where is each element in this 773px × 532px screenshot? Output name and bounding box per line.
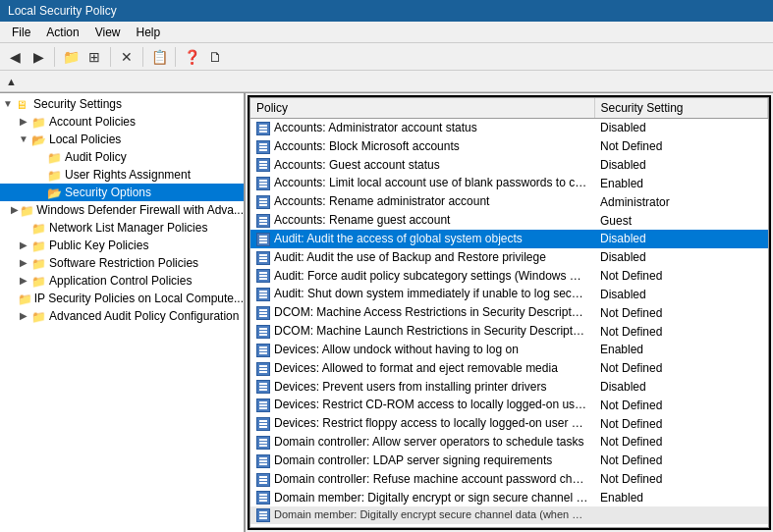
table-row[interactable]: Domain controller: Allow server operator… — [250, 433, 768, 452]
menu-file[interactable]: File — [4, 24, 38, 41]
policy-cell: Accounts: Rename guest account — [250, 211, 594, 230]
title-bar-text: Local Security Policy — [8, 4, 117, 18]
toolbar: ◀ ▶ 📁 ⊞ ✕ 📋 ❓ 🗋 — [0, 43, 773, 71]
table-row[interactable]: Accounts: Administrator account statusDi… — [250, 119, 768, 137]
tree-item-label: Application Control Policies — [49, 273, 192, 289]
table-row[interactable]: Devices: Restrict floppy access to local… — [250, 414, 768, 433]
back-button[interactable]: ◀ — [4, 46, 26, 68]
tree-folder-icon: 📂 — [47, 186, 63, 199]
setting-cell — [594, 506, 768, 524]
tree-item-local-policies[interactable]: ▼ 📂 Local Policies — [0, 131, 244, 148]
policy-text: Audit: Audit the access of global system… — [274, 232, 523, 245]
policy-text: Devices: Prevent users from installing p… — [274, 380, 546, 394]
tree-item-ip-security[interactable]: 📁 IP Security Policies on Local Compute.… — [0, 290, 244, 307]
tree-item-account-policies[interactable]: ▶ 📁 Account Policies — [0, 113, 244, 131]
table-row[interactable]: Audit: Audit the access of global system… — [250, 230, 768, 248]
policy-text: Accounts: Administrator account status — [274, 121, 477, 134]
tree-item-windows-firewall[interactable]: ▶ 📁 Windows Defender Firewall with Adva.… — [0, 201, 244, 219]
table-row[interactable]: Devices: Restrict CD-ROM access to local… — [250, 396, 768, 414]
policy-table: Policy Security Setting Accounts: Admini… — [250, 98, 768, 528]
menu-view[interactable]: View — [87, 24, 129, 41]
setting-cell: Disabled — [594, 285, 768, 303]
table-row[interactable]: Domain member: Digitally sign secure cha… — [250, 524, 768, 528]
policy-text: Domain member: Digitally encrypt secure … — [274, 508, 594, 520]
tree-item-label: IP Security Policies on Local Compute... — [34, 291, 244, 306]
table-row[interactable]: Accounts: Block Microsoft accountsNot De… — [250, 137, 768, 156]
tree-item-security-options[interactable]: 📂 Security Options — [0, 184, 244, 201]
policy-cell: Domain member: Digitally sign secure cha… — [250, 524, 594, 528]
menu-action[interactable]: Action — [38, 24, 86, 41]
setting-cell: Disabled — [594, 378, 768, 397]
toolbar-separator-2 — [110, 47, 111, 67]
table-row[interactable]: Audit: Force audit policy subcategory se… — [250, 267, 768, 286]
policy-text: DCOM: Machine Launch Restrictions in Sec… — [274, 324, 594, 338]
tree-item-network-list[interactable]: 📁 Network List Manager Policies — [0, 219, 244, 237]
properties-button[interactable]: 📋 — [148, 46, 170, 68]
tree-item-label: User Rights Assignment — [65, 167, 191, 183]
tree-item-audit-policy[interactable]: 📁 Audit Policy — [0, 148, 244, 166]
table-row[interactable]: DCOM: Machine Access Restrictions in Sec… — [250, 303, 768, 322]
tree-expand-icon[interactable]: ▼ — [0, 96, 16, 112]
table-row[interactable]: Devices: Allowed to format and eject rem… — [250, 359, 768, 378]
policy-icon — [256, 436, 270, 450]
setting-cell: Enabled — [594, 489, 768, 507]
tree-item-software-restriction[interactable]: ▶ 📁 Software Restriction Policies — [0, 254, 244, 272]
setting-cell: Not Defined — [594, 470, 768, 489]
tree-item-user-rights[interactable]: 📁 User Rights Assignment — [0, 166, 244, 184]
tree-expand-icon[interactable]: ▶ — [16, 238, 31, 253]
policy-text: Audit: Shut down system immediately if u… — [274, 287, 591, 300]
tree-expand-icon[interactable]: ▶ — [16, 255, 31, 271]
policy-table-scroll[interactable]: Policy Security Setting Accounts: Admini… — [249, 97, 769, 528]
policy-cell: Devices: Restrict CD-ROM access to local… — [250, 396, 594, 414]
table-row[interactable]: Domain member: Digitally encrypt secure … — [250, 506, 768, 524]
table-row[interactable]: Domain member: Digitally encrypt or sign… — [250, 489, 768, 507]
delete-button[interactable]: ✕ — [116, 46, 138, 68]
policy-icon — [256, 527, 270, 528]
policy-cell: Accounts: Administrator account status — [250, 119, 594, 137]
policy-text: Accounts: Rename administrator account — [274, 194, 489, 208]
tree-item-advanced-audit[interactable]: ▶ 📁 Advanced Audit Policy Configuration — [0, 307, 244, 325]
table-row[interactable]: Accounts: Rename guest accountGuest — [250, 211, 768, 230]
table-row[interactable]: Audit: Audit the use of Backup and Resto… — [250, 248, 768, 267]
policy-icon — [256, 325, 270, 339]
tree-expand-icon[interactable]: ▶ — [16, 114, 31, 130]
tree-folder-icon: 📁 — [18, 292, 32, 305]
table-row[interactable]: Devices: Allow undock without having to … — [250, 341, 768, 359]
setting-cell: Not Defined — [594, 359, 768, 378]
table-row[interactable]: Accounts: Rename administrator accountAd… — [250, 192, 768, 211]
policy-text: Domain controller: Allow server operator… — [274, 435, 583, 449]
tree-expand-icon[interactable]: ▶ — [16, 273, 31, 289]
export-button[interactable]: 🗋 — [204, 46, 226, 68]
folder-button[interactable]: 📁 — [60, 46, 82, 68]
table-row[interactable]: Accounts: Guest account statusDisabled — [250, 156, 768, 175]
tree-item-public-key[interactable]: ▶ 📁 Public Key Policies — [0, 237, 244, 254]
column-header-policy[interactable]: Policy — [250, 98, 594, 119]
tree-folder-icon: 📁 — [47, 168, 63, 182]
tree-item-security-settings[interactable]: ▼ 🖥 Security Settings — [0, 95, 244, 113]
table-row[interactable]: Domain controller: LDAP server signing r… — [250, 452, 768, 470]
forward-button[interactable]: ▶ — [28, 46, 49, 68]
policy-cell: Devices: Prevent users from installing p… — [250, 378, 594, 397]
column-header-setting[interactable]: Security Setting — [594, 98, 768, 119]
table-row[interactable]: DCOM: Machine Launch Restrictions in Sec… — [250, 322, 768, 341]
grid-button[interactable]: ⊞ — [83, 46, 105, 68]
setting-cell: Not Defined — [594, 396, 768, 414]
address-text: ▲ — [6, 76, 17, 87]
table-row[interactable]: Devices: Prevent users from installing p… — [250, 378, 768, 397]
tree-expand-icon[interactable]: ▶ — [16, 308, 31, 324]
tree-item-label: Network List Manager Policies — [49, 220, 207, 236]
setting-cell: Not Defined — [594, 137, 768, 156]
toolbar-separator-4 — [175, 47, 176, 67]
table-row[interactable]: Domain controller: Refuse machine accoun… — [250, 470, 768, 489]
setting-cell: Disabled — [594, 248, 768, 267]
menu-help[interactable]: Help — [129, 24, 169, 41]
tree-item-app-control[interactable]: ▶ 📁 Application Control Policies — [0, 272, 244, 290]
tree-item-label: Account Policies — [49, 114, 136, 130]
tree-expand-icon[interactable]: ▼ — [16, 132, 31, 147]
table-row[interactable]: Audit: Shut down system immediately if u… — [250, 285, 768, 303]
tree-expand-icon[interactable]: ▶ — [10, 202, 20, 218]
policy-text: Devices: Allow undock without having to … — [274, 343, 519, 356]
help-button[interactable]: ❓ — [181, 46, 202, 68]
policy-icon — [256, 306, 270, 320]
table-row[interactable]: Accounts: Limit local account use of bla… — [250, 174, 768, 192]
